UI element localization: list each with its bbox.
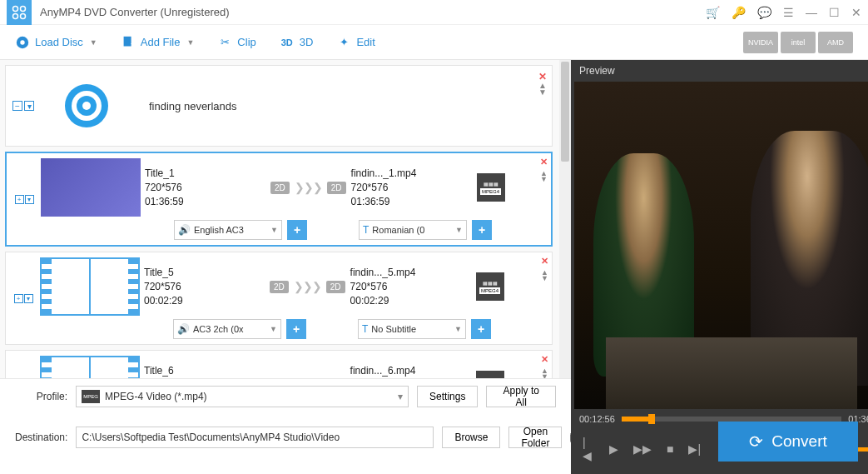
key-icon[interactable]: 🔑 <box>732 6 746 19</box>
menu-icon[interactable]: ☰ <box>783 6 794 19</box>
prev-button[interactable]: |◀ <box>583 436 594 462</box>
minimize-button[interactable]: — <box>806 6 817 19</box>
format-button[interactable]: ▦▦▦MPEG4 <box>477 173 505 202</box>
film-thumbnail <box>40 257 140 316</box>
remove-title-button[interactable]: ✕ <box>541 354 548 365</box>
caret-down-icon: ▼ <box>265 325 277 333</box>
source-resolution: 720*576 <box>145 181 265 195</box>
subtitle-select[interactable]: TNo Subtitle▼ <box>358 319 466 339</box>
destination-label: Destination: <box>15 432 67 443</box>
fast-forward-button[interactable]: ▶▶ <box>633 442 652 456</box>
vendor-badges: NVIDIA intel AMD <box>743 32 853 53</box>
expand-title-button[interactable]: ▾ <box>25 195 34 204</box>
next-button[interactable]: ▶| <box>688 442 701 456</box>
caret-down-icon: ▼ <box>449 325 462 333</box>
svg-point-3 <box>21 13 26 18</box>
output-duration: 00:02:29 <box>350 294 471 308</box>
title-row[interactable]: +▾ Title_5 720*576 00:02:29 2D ❯❯❯ 2D fi… <box>5 252 553 345</box>
preview-title: Preview <box>571 60 868 82</box>
format-button[interactable]: ▦▦▦MPEG4 <box>476 272 504 301</box>
profile-select[interactable]: MPEG MPEG-4 Video (*.mp4) ▾ <box>76 386 409 407</box>
title-row[interactable]: +▾ Title_6 720*576 00:01:41 2D ❯❯❯ 2D fi… <box>5 350 553 378</box>
settings-button[interactable]: Settings <box>417 386 478 407</box>
sort-button[interactable]: ▲▼ <box>538 82 547 96</box>
add-audio-button[interactable]: + <box>286 319 306 339</box>
video-thumbnail <box>41 158 141 217</box>
audio-select[interactable]: 🔊English AC3▼ <box>174 220 282 240</box>
svg-text:+: + <box>130 40 134 48</box>
caret-down-icon: ▼ <box>186 38 194 47</box>
subtitle-select[interactable]: TRomanian (0▼ <box>359 220 467 240</box>
load-disc-button[interactable]: Load Disc ▼ <box>15 35 97 50</box>
scrollbar[interactable] <box>559 60 571 378</box>
output-duration: 01:36:59 <box>351 195 472 209</box>
wand-icon: ✦ <box>336 35 351 50</box>
file-plus-icon: + <box>121 35 136 50</box>
caret-down-icon: ▼ <box>90 38 97 47</box>
2d-output-badge[interactable]: 2D <box>326 281 345 293</box>
collapse-button[interactable]: − <box>12 101 22 111</box>
destination-input[interactable]: C:\Users\Softpedia Test\Documents\AnyMP4… <box>76 427 434 448</box>
convert-button[interactable]: ⟳ Convert <box>718 422 858 462</box>
title-list: − ▾ finding neverlands ✕ ▲▼ +▾ Title_1 7… <box>0 60 571 378</box>
add-subtitle-button[interactable]: + <box>471 319 491 339</box>
add-subtitle-button[interactable]: + <box>472 220 492 240</box>
close-button[interactable]: ✕ <box>851 6 861 19</box>
audio-icon: 🔊 <box>178 224 191 236</box>
format-icon: MPEG <box>82 390 100 403</box>
play-button[interactable]: ▶ <box>609 442 618 456</box>
clip-button[interactable]: ✂ Clip <box>217 35 255 50</box>
check-button[interactable]: + <box>15 195 24 204</box>
3d-icon: 3D <box>280 35 295 50</box>
preview-video[interactable] <box>574 82 868 409</box>
window-controls: 🛒 🔑 💬 ☰ — ☐ ✕ <box>706 6 861 19</box>
2d-output-badge[interactable]: 2D <box>327 182 346 194</box>
move-title-button[interactable]: ▲▼ <box>540 171 548 182</box>
remove-title-button[interactable]: ✕ <box>540 157 548 167</box>
output-resolution: 720*576 <box>350 280 471 294</box>
source-resolution: 720*576 <box>144 378 265 379</box>
add-file-button[interactable]: + Add File ▼ <box>121 35 195 50</box>
2d-source-badge[interactable]: 2D <box>270 281 289 293</box>
move-title-button[interactable]: ▲▼ <box>541 270 548 282</box>
title-row[interactable]: +▾ Title_1 720*576 01:36:59 2D ❯❯❯ 2D fi… <box>5 152 553 247</box>
expand-title-button[interactable]: ▾ <box>24 294 33 303</box>
3d-button[interactable]: 3D 3D <box>280 35 314 50</box>
scissors-icon: ✂ <box>217 35 232 50</box>
feedback-icon[interactable]: 💬 <box>757 6 771 19</box>
check-button[interactable]: + <box>14 294 23 303</box>
output-name: findin..._6.mp4 <box>350 364 471 378</box>
apply-all-button[interactable]: Apply to All <box>486 386 556 407</box>
disc-row[interactable]: − ▾ finding neverlands ✕ ▲▼ <box>5 65 553 147</box>
remove-title-button[interactable]: ✕ <box>541 256 548 267</box>
browse-button[interactable]: Browse <box>442 427 500 448</box>
preview-panel: Preview 00:12:56 01:36:59 |◀ ▶ ▶▶ ■ ▶| 📷… <box>571 60 868 474</box>
audio-select[interactable]: 🔊AC3 2ch (0x▼ <box>173 319 281 339</box>
add-audio-button[interactable]: + <box>287 220 307 240</box>
caret-down-icon: ▾ <box>398 391 403 402</box>
format-button[interactable]: ▦▦▦MPEG4 <box>476 371 504 378</box>
maximize-button[interactable]: ☐ <box>829 6 840 19</box>
2d-source-badge[interactable]: 2D <box>270 182 290 194</box>
stop-button[interactable]: ■ <box>667 442 673 456</box>
svg-point-1 <box>21 6 26 11</box>
subtitle-icon: T <box>363 224 369 236</box>
source-duration: 01:36:59 <box>145 195 265 209</box>
svg-point-2 <box>13 13 18 18</box>
move-title-button[interactable]: ▲▼ <box>541 368 548 378</box>
open-folder-button[interactable]: Open Folder <box>508 427 562 448</box>
app-logo <box>7 0 32 25</box>
cart-icon[interactable]: 🛒 <box>706 6 720 19</box>
caret-down-icon: ▼ <box>450 226 463 234</box>
expand-button[interactable]: ▾ <box>24 101 34 111</box>
disc-icon <box>15 35 30 50</box>
source-name: Title_6 <box>144 364 265 378</box>
output-name: findin..._5.mp4 <box>350 266 471 280</box>
source-name: Title_1 <box>145 167 265 181</box>
output-resolution: 720*576 <box>351 181 472 195</box>
edit-button[interactable]: ✦ Edit <box>336 35 374 50</box>
left-panel: − ▾ finding neverlands ✕ ▲▼ +▾ Title_1 7… <box>0 60 571 474</box>
arrow-icon: ❯❯❯ <box>295 181 322 194</box>
intel-badge: intel <box>781 32 816 53</box>
source-duration: 00:02:29 <box>144 294 265 308</box>
